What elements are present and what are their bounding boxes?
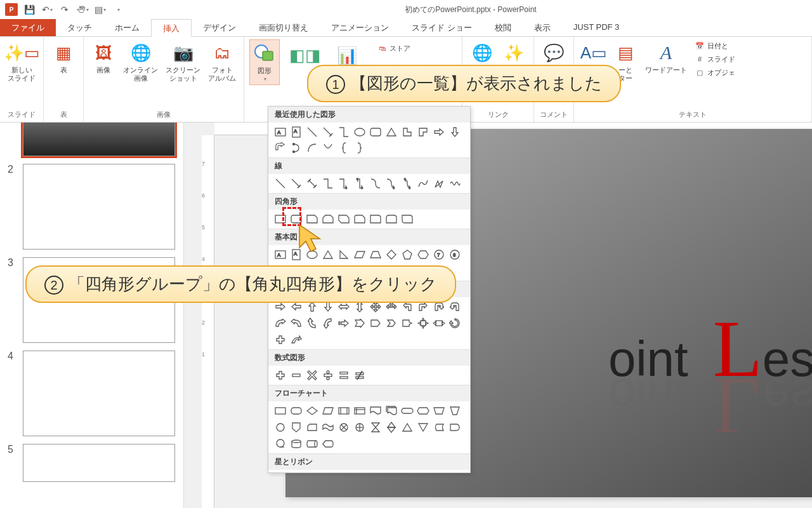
picture-button[interactable]: 🖼 画像 — [89, 39, 118, 76]
arr-pentagon-r[interactable] — [369, 316, 383, 330]
shape-basic-tri[interactable] — [321, 248, 335, 262]
fc-delay[interactable] — [448, 420, 462, 434]
fc-card[interactable] — [305, 420, 319, 434]
start-from-beginning-icon[interactable]: ▤▾ — [93, 2, 108, 17]
fc-magdisk[interactable] — [289, 437, 303, 451]
shape-round1[interactable] — [369, 212, 383, 226]
shape-basic-trap[interactable] — [369, 248, 383, 262]
eq-minus[interactable] — [289, 368, 303, 382]
photo-album-button[interactable]: 🗂 フォト アルバム — [206, 39, 239, 84]
save-icon[interactable]: 💾 — [22, 2, 37, 17]
shape-line-6[interactable] — [353, 177, 367, 190]
thumbnail-4[interactable]: 4 — [0, 347, 183, 440]
fc-directaccess[interactable] — [305, 437, 319, 451]
shape-line-2[interactable] — [289, 177, 303, 190]
eq-eq[interactable] — [337, 368, 351, 382]
fc-term[interactable] — [400, 404, 414, 418]
shape-brace-l[interactable] — [337, 141, 351, 155]
arr-notched-r[interactable] — [353, 316, 367, 330]
eq-div[interactable] — [321, 368, 335, 382]
tab-transitions[interactable]: 画面切り替え — [247, 19, 320, 36]
shape-line-curve[interactable] — [416, 177, 430, 190]
shape-textbox-v[interactable]: A — [289, 125, 303, 139]
fc-multidoc[interactable] — [384, 404, 398, 418]
arr-callout-r[interactable] — [400, 316, 414, 330]
thumbnail-1[interactable] — [0, 123, 183, 160]
shape-basic-oval[interactable] — [305, 248, 319, 262]
fc-collate[interactable] — [369, 420, 383, 434]
shape-textbox-h[interactable]: A — [273, 125, 287, 139]
fc-manop[interactable] — [448, 404, 462, 418]
shape-basic-pent[interactable] — [400, 248, 414, 262]
thumbnail-5[interactable]: 5 — [0, 440, 183, 486]
fc-stored[interactable] — [432, 420, 446, 434]
shape-basic-diam[interactable] — [384, 248, 398, 262]
datetime-button[interactable]: 📅日付と — [692, 39, 738, 52]
qat-customize-icon[interactable]: ▾ — [110, 2, 126, 17]
shape-line-scribble[interactable] — [448, 177, 462, 190]
new-slide-button[interactable]: ✨▭ 新しい スライド — [5, 39, 38, 84]
object-button[interactable]: ▢オブジェ — [692, 66, 738, 79]
arr-circular[interactable] — [448, 316, 462, 330]
shape-line-3[interactable] — [305, 177, 319, 190]
shape-rect[interactable] — [273, 212, 287, 226]
shape-line-4[interactable] — [321, 177, 335, 190]
store-button[interactable]: 🛍ストア — [374, 42, 413, 55]
tab-touch[interactable]: タッチ — [56, 19, 103, 36]
shape-line-7[interactable] — [369, 177, 383, 190]
shape-line-1[interactable] — [273, 177, 287, 190]
smartart-button[interactable]: ◧◨ — [291, 42, 320, 69]
tab-justpdf[interactable]: JUST PDF 3 — [562, 19, 631, 36]
tab-animations[interactable]: アニメーション — [320, 19, 400, 36]
table-button[interactable]: ▦ 表 — [49, 39, 78, 76]
online-picture-button[interactable]: 🌐 オンライン 画像 — [121, 39, 160, 84]
shape-line-freeform[interactable] — [432, 177, 446, 190]
slidenum-button[interactable]: #スライド — [692, 53, 738, 65]
shape-arc2[interactable] — [305, 141, 319, 155]
tab-review[interactable]: 校閲 — [483, 19, 523, 36]
tab-insert[interactable]: 挿入 — [151, 19, 192, 37]
hyperlink-button[interactable]: 🌐 — [468, 39, 497, 66]
fc-storage[interactable] — [353, 404, 367, 418]
tab-view[interactable]: 表示 — [523, 19, 562, 36]
shape-arrow-line[interactable] — [321, 125, 335, 139]
fc-extract[interactable] — [400, 420, 414, 434]
fc-seqaccess[interactable] — [273, 437, 287, 451]
shape-basic-para[interactable] — [353, 248, 367, 262]
tab-file[interactable]: ファイル — [0, 19, 56, 36]
arr-callout-lr[interactable] — [432, 316, 446, 330]
shape-basic-oct[interactable]: 8 — [448, 248, 462, 262]
fc-predef[interactable] — [337, 404, 351, 418]
shape-basic-rtri[interactable] — [337, 248, 351, 262]
fc-prep[interactable] — [416, 404, 430, 418]
shape-lshape[interactable] — [400, 125, 414, 139]
fc-data[interactable] — [321, 404, 335, 418]
shape-triangle[interactable] — [384, 125, 398, 139]
arr-curved-u[interactable] — [305, 316, 319, 330]
shape-snip2diag[interactable] — [337, 212, 351, 226]
shapes-button[interactable]: 図形▾ — [249, 39, 280, 85]
redo-icon[interactable]: ↷ — [57, 2, 72, 17]
shape-curve2[interactable] — [321, 141, 335, 155]
shape-line-8[interactable] — [384, 177, 398, 190]
shape-snipround[interactable] — [353, 212, 367, 226]
shape-roundrect[interactable] — [289, 212, 303, 226]
shape-tb-v[interactable]: A — [289, 248, 303, 262]
fc-or[interactable] — [353, 420, 367, 434]
arr-uturn-r[interactable] — [448, 300, 462, 314]
textbox-button[interactable]: A▭ — [579, 39, 608, 66]
tab-slideshow[interactable]: スライド ショー — [400, 19, 483, 36]
shape-oval[interactable] — [353, 125, 367, 139]
shape-line[interactable] — [305, 125, 319, 139]
shape-tb-h[interactable]: A — [273, 248, 287, 262]
shape-round2diag[interactable] — [400, 212, 414, 226]
shape-roundrect2[interactable] — [369, 125, 383, 139]
eq-neq[interactable] — [353, 368, 367, 382]
arr-callout-quad[interactable] — [416, 316, 430, 330]
shape-brace-r[interactable] — [353, 141, 367, 155]
fc-tape[interactable] — [321, 420, 335, 434]
shape-basic-hex[interactable] — [416, 248, 430, 262]
shape-line-5[interactable] — [337, 177, 351, 190]
shape-snip1[interactable] — [305, 212, 319, 226]
arr-swoosh[interactable] — [289, 333, 303, 347]
